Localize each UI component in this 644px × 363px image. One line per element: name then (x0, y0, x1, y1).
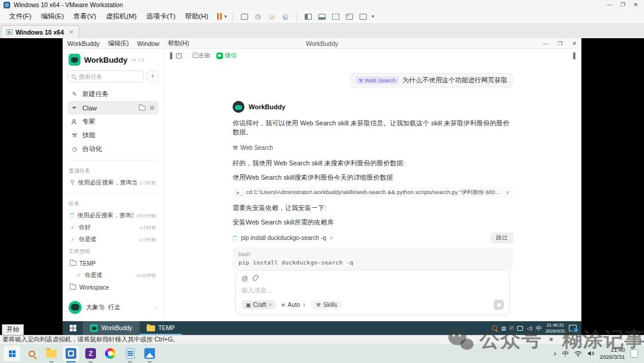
menu-view[interactable]: 查看(V) (69, 11, 100, 22)
workspace-folder-temp[interactable]: TEMP (67, 257, 159, 269)
app-close-button[interactable]: ✕ (572, 41, 577, 47)
taskbar-app-temp[interactable]: TEMP (140, 321, 182, 335)
gear-icon[interactable]: ⚙ (150, 104, 155, 111)
vm-tab-label: Windows 10 x64 (16, 29, 64, 36)
send-cad-icon[interactable] (239, 12, 249, 21)
thumbnail-toggle-icon[interactable] (317, 12, 327, 21)
open-folder-icon[interactable] (139, 106, 145, 110)
chevron-up-icon[interactable]: ∧ (330, 235, 333, 241)
app-version: v4.7.3 (131, 57, 144, 63)
pinned-task-row[interactable]: 使用必应搜索，查询当天以下... 1小时前 (67, 177, 159, 189)
new-chat-icon[interactable]: ✓ (176, 53, 182, 59)
watermark-text: 公众号 · 糊涂记事 (479, 326, 644, 353)
skip-button[interactable]: 跳过 (491, 233, 513, 243)
craft-mode-button[interactable]: ▣ Craft ∨ (242, 300, 276, 309)
tool-icon: ⚒ (233, 144, 238, 151)
fullscreen-icon[interactable] (330, 12, 340, 21)
host-start-button[interactable] (4, 346, 20, 361)
app-menu-workbuddy[interactable]: WorkBuddy (67, 40, 100, 47)
purple-app-icon: Z (85, 348, 96, 359)
host-minimize-button[interactable]: — (606, 2, 612, 8)
assistant-message: WorkBuddy 你说得对，我可以使用 Web Search skill 来获… (233, 101, 513, 270)
host-restore-button[interactable]: ❐ (620, 2, 625, 8)
photos-app-button[interactable] (141, 346, 158, 361)
workspace-folder-workspace[interactable]: Workspace (67, 281, 159, 293)
file-explorer-button[interactable] (43, 346, 60, 361)
assistant-name: WorkBuddy (249, 103, 286, 110)
sidebar-item-skills[interactable]: ⚒ 技能 (67, 128, 159, 142)
purple-app-button[interactable]: Z (82, 346, 99, 361)
wechat-bubbles-icon (448, 328, 475, 351)
right-panel-toggle-icon[interactable] (574, 53, 575, 59)
app-menu-window[interactable]: Window (137, 40, 159, 47)
menu-vm[interactable]: 虚拟机(M) (101, 11, 141, 22)
snapshot-manager-icon[interactable]: ◵ (280, 12, 290, 21)
vm-tab[interactable]: Windows 10 x64 ✕ (1, 25, 79, 38)
windows-logo-icon (9, 350, 16, 357)
task-row-running[interactable]: 使用必应搜索，查询当天以下... 45分钟前 (67, 210, 159, 222)
assistant-paragraph: 你说得对，我可以使用 Web Search skill 来获取信息。让我加载这个… (233, 119, 513, 137)
run-command-title: pip install duckduckgo-search -q (241, 235, 326, 241)
app-minimize-button[interactable]: — (543, 41, 548, 47)
task-row[interactable]: ✓ 你好 1小时前 (67, 222, 159, 233)
command-row[interactable]: >_ cd C:\Users\Administrator\.workbuddy\… (233, 187, 513, 198)
check-icon: ✓ (70, 224, 76, 230)
sidebar-item-experts[interactable]: 专家 (67, 115, 159, 128)
mention-icon[interactable]: @ (242, 275, 248, 282)
take-snapshot-icon[interactable]: ◷ (253, 12, 263, 21)
feather-icon: ✒ (71, 104, 78, 111)
chevron-down-icon[interactable]: ∨ (506, 190, 509, 195)
message-input[interactable] (242, 285, 504, 300)
power-dropdown-arrow[interactable]: ▾ (224, 14, 227, 19)
windows-logo-icon (70, 325, 76, 331)
folder-open-icon (70, 261, 76, 266)
stretch-view-icon[interactable] (358, 12, 368, 21)
taskbar-app-workbuddy[interactable]: WorkBuddy (83, 321, 140, 335)
notepad-app-button[interactable] (122, 346, 138, 361)
elephant-avatar (69, 301, 82, 314)
host-search-button[interactable] (23, 346, 40, 361)
assistant-paragraph: 好的，我使用 Web Search skill 来搜索伊利股份的股价数据: (233, 159, 513, 168)
task-row[interactable]: ✓ 你是谁 2小时前 (67, 233, 159, 245)
color-wheel-app-button[interactable] (102, 346, 119, 361)
app-menu-help[interactable]: 帮助(H) (168, 39, 189, 48)
library-toggle-icon[interactable] (303, 12, 313, 21)
vm-screen: WorkBuddy 编辑(E) Window 帮助(H) WorkBuddy —… (63, 38, 581, 335)
skills-icon: ⚒ (71, 132, 78, 139)
sidebar-item-claw[interactable]: ✒ Claw ⚙ (67, 101, 159, 115)
search-icon (29, 350, 35, 357)
menu-edit[interactable]: 编辑(E) (37, 11, 68, 22)
attachment-icon[interactable] (252, 274, 259, 282)
sidebar-item-automation[interactable]: ◷ 自动化 (67, 142, 159, 156)
spinner-icon (233, 236, 237, 241)
menu-help[interactable]: 帮助(H) (181, 11, 212, 22)
menu-tabs[interactable]: 选项卡(T) (142, 11, 179, 22)
task-search-box[interactable] (67, 70, 144, 82)
power-pause-button[interactable] (217, 13, 222, 20)
revert-snapshot-icon[interactable]: ◶ (267, 12, 277, 21)
host-tabbar: Windows 10 x64 ✕ (0, 24, 644, 38)
code-block: bash pip install duckduckgo-search -q 运行… (233, 247, 513, 270)
wechat-status-chip[interactable]: 微信 (216, 51, 237, 60)
menu-file[interactable]: 文件(F) (5, 11, 36, 22)
workspace-task-row[interactable]: ✓ 你是谁 43分钟前 (73, 269, 159, 281)
left-panel-toggle-icon[interactable] (170, 53, 171, 59)
account-row[interactable]: 大象🐘 行走 › (67, 299, 159, 316)
check-icon: ✓ (70, 236, 76, 242)
sidebar-item-new-task[interactable]: ✎ 新建任务 (67, 87, 159, 101)
vmware-taskbar-button[interactable] (63, 346, 79, 361)
search-input[interactable] (79, 73, 140, 80)
console-view-icon[interactable] (344, 12, 354, 21)
account-name: 大象🐘 行走 (86, 303, 151, 312)
app-maximize-button[interactable]: ❐ (558, 41, 562, 47)
vm-start-button[interactable] (63, 321, 83, 335)
app-menu-edit[interactable]: 编辑(E) (108, 39, 129, 48)
stretch-dropdown-arrow[interactable]: ▾ (371, 14, 374, 19)
vm-tab-close-icon[interactable]: ✕ (69, 29, 74, 35)
skills-button[interactable]: ⚒ Skills (311, 300, 342, 309)
host-close-button[interactable]: ✕ (633, 2, 638, 8)
stop-button[interactable] (494, 300, 504, 310)
model-auto-button[interactable]: ≋ Auto ∨ (281, 302, 306, 308)
chat-scroll-area[interactable]: ⚒ Web Search 为什么不使用这个功能进行网页获取 WorkBuddy (164, 61, 581, 270)
filter-button[interactable]: ⫩ (147, 70, 159, 82)
